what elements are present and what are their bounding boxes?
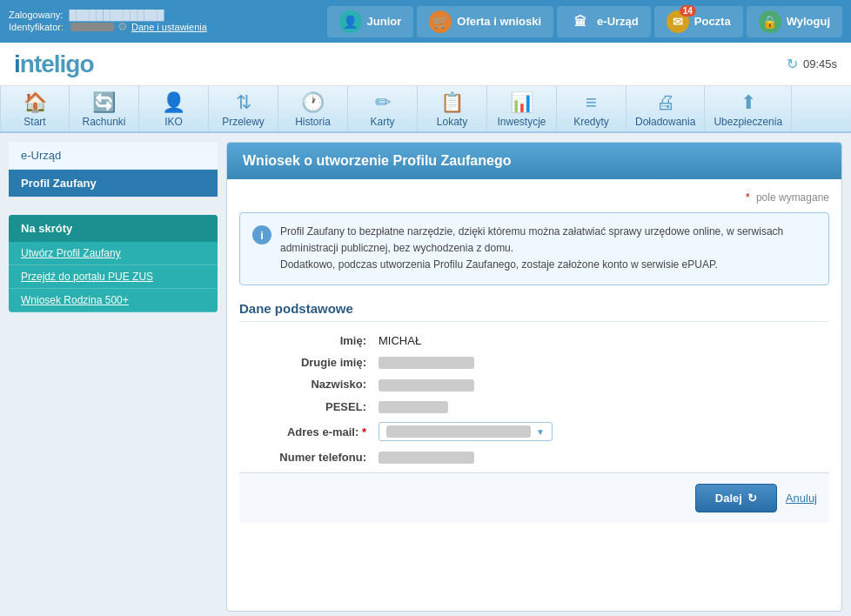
label-nazwisko: Nazwisko: — [239, 378, 379, 391]
content-area: Wniosek o utworzenie Profilu Zaufanego *… — [226, 142, 842, 612]
rachunki-icon: 🔄 — [92, 91, 116, 114]
nav-historia[interactable]: 🕐 Historia — [278, 86, 348, 131]
value-drugie-imie — [379, 356, 474, 370]
inwestycje-icon: 📊 — [510, 91, 533, 114]
value-nazwisko — [379, 378, 474, 392]
page-title: Wniosek o utworzenie Profilu Zaufanego — [243, 153, 511, 168]
email-required-star: * — [362, 425, 366, 439]
shortcut-link-1[interactable]: Przejdź do portalu PUE ZUS — [9, 265, 218, 289]
form-row-drugie-imie: Drugie imię: — [239, 356, 829, 370]
wyloguj-icon: 🔒 — [759, 10, 781, 33]
blurred-nazwisko — [379, 379, 474, 392]
label-telefon: Numer telefonu: — [239, 451, 379, 464]
top-bar: Zalogowany: ██████████████ Identyfikator… — [0, 0, 851, 43]
shortcuts-box: Na skróty Utwórz Profil Zaufany Przejdź … — [9, 215, 218, 312]
footer-actions: Dalej ↻ Anuluj — [239, 472, 829, 523]
eurząd-button[interactable]: 🏛 e-Urząd — [557, 6, 651, 37]
historia-icon: 🕐 — [301, 91, 325, 114]
logged-as-label: Zalogowany: ██████████████ — [9, 10, 207, 20]
info-text: Profil Zaufany to bezpłatne narzędzie, d… — [280, 224, 816, 274]
dalej-button[interactable]: Dalej ↻ — [695, 484, 777, 512]
start-icon: 🏠 — [23, 91, 47, 114]
nav-lokaty[interactable]: 📋 Lokaty — [418, 86, 487, 131]
label-drugie-imie: Drugie imię: — [239, 356, 379, 369]
email-select-dropdown[interactable]: ▼ — [379, 422, 553, 441]
blurred-pesel — [379, 401, 448, 413]
label-email: Adres e-mail: * — [239, 425, 379, 439]
nav-inwestycje[interactable]: 📊 Inwestycje — [487, 86, 557, 131]
content-body: * pole wymagane i Profil Zaufany to bezp… — [227, 179, 841, 535]
value-imie: MICHAŁ — [379, 334, 421, 347]
required-star: * — [746, 191, 750, 204]
junior-button[interactable]: 👤 Junior — [327, 6, 414, 37]
time-display: ↻ 09:45s — [787, 56, 837, 72]
form-row-telefon: Numer telefonu: — [239, 450, 829, 464]
time-value: 09:45s — [803, 57, 837, 70]
user-info: Zalogowany: ██████████████ Identyfikator… — [9, 10, 207, 33]
identifier-row: Identyfikator: ⚙ Dane i ustawienia — [9, 20, 207, 33]
blurred-telefon — [379, 452, 474, 464]
form-row-pesel: PESEL: — [239, 400, 829, 414]
nav-doładowania[interactable]: 🖨 Doładowania — [627, 86, 705, 131]
sidebar-item-eurząd[interactable]: e-Urząd — [9, 142, 218, 170]
label-imie: Imię: — [239, 334, 379, 347]
wyloguj-button[interactable]: 🔒 Wyloguj — [747, 6, 842, 37]
karty-icon: ✏ — [375, 91, 391, 114]
sidebar-item-profil-zaufany[interactable]: Profil Zaufany — [9, 170, 218, 198]
shortcut-link-0[interactable]: Utwórz Profil Zaufany — [9, 242, 218, 265]
oferta-icon: 🛒 — [429, 10, 452, 33]
oferta-button[interactable]: 🛒 Oferta i wnioski — [417, 6, 553, 37]
iko-icon: 👤 — [162, 91, 185, 114]
value-pesel — [379, 400, 448, 414]
refresh-icon[interactable]: ↻ — [787, 56, 798, 72]
shortcuts-title: Na skróty — [9, 215, 218, 242]
mail-badge: ✉ 14 — [667, 10, 689, 33]
nav-start[interactable]: 🏠 Start — [0, 86, 70, 131]
anuluj-button[interactable]: Anuluj — [786, 492, 817, 505]
value-email[interactable]: ▼ — [379, 422, 553, 441]
ubezpieczenia-icon: ⬆ — [740, 91, 756, 114]
lokaty-icon: 📋 — [440, 91, 464, 114]
shortcut-link-2[interactable]: Wniosek Rodzina 500+ — [9, 289, 218, 312]
mail-count-badge: 14 — [680, 5, 696, 17]
sidebar: e-Urząd Profil Zaufany Na skróty Utwórz … — [9, 142, 218, 612]
nav-rachunki[interactable]: 🔄 Rachunki — [70, 86, 139, 131]
form-row-nazwisko: Nazwisko: — [239, 378, 829, 392]
logo-bar: inteligo ↻ 09:45s — [0, 43, 851, 86]
label-pesel: PESEL: — [239, 400, 379, 413]
blurred-drugie-imie — [379, 357, 474, 369]
doładowania-icon: 🖨 — [656, 91, 675, 114]
section-title: Dane podstawowe — [239, 301, 829, 322]
przelewy-icon: ⇅ — [236, 91, 251, 114]
logo: inteligo — [14, 50, 94, 78]
main-nav: 🏠 Start 🔄 Rachunki 👤 IKO ⇅ Przelewy 🕐 Hi… — [0, 86, 851, 133]
gear-icon[interactable]: ⚙ — [117, 20, 128, 33]
eurząd-icon: 🏛 — [569, 10, 592, 33]
nav-kredyty[interactable]: ≡ Kredyty — [557, 86, 627, 131]
nav-iko[interactable]: 👤 IKO — [139, 86, 209, 131]
nav-przelewy[interactable]: ⇅ Przelewy — [209, 86, 278, 131]
main-layout: e-Urząd Profil Zaufany Na skróty Utwórz … — [0, 133, 851, 616]
blurred-email — [386, 425, 531, 438]
content-header: Wniosek o utworzenie Profilu Zaufanego — [227, 143, 841, 179]
identifier-value — [70, 23, 114, 31]
logged-as-value: ██████████████ — [69, 10, 164, 20]
dropdown-arrow-icon[interactable]: ▼ — [536, 427, 545, 437]
info-box: i Profil Zaufany to bezpłatne narzędzie,… — [239, 212, 829, 285]
nav-karty[interactable]: ✏ Karty — [348, 86, 418, 131]
junior-icon: 👤 — [339, 10, 362, 33]
settings-link[interactable]: Dane i ustawienia — [131, 22, 207, 32]
nav-ubezpieczenia[interactable]: ⬆ Ubezpieczenia — [705, 86, 792, 131]
info-icon: i — [252, 225, 271, 244]
poczta-button[interactable]: ✉ 14 Poczta — [654, 6, 743, 37]
form-row-imie: Imię: MICHAŁ — [239, 334, 829, 347]
form-row-email: Adres e-mail: * ▼ — [239, 422, 829, 441]
kredyty-icon: ≡ — [586, 91, 597, 114]
required-note: * pole wymagane — [239, 191, 829, 204]
value-telefon — [379, 450, 474, 464]
dalej-icon: ↻ — [747, 492, 757, 505]
